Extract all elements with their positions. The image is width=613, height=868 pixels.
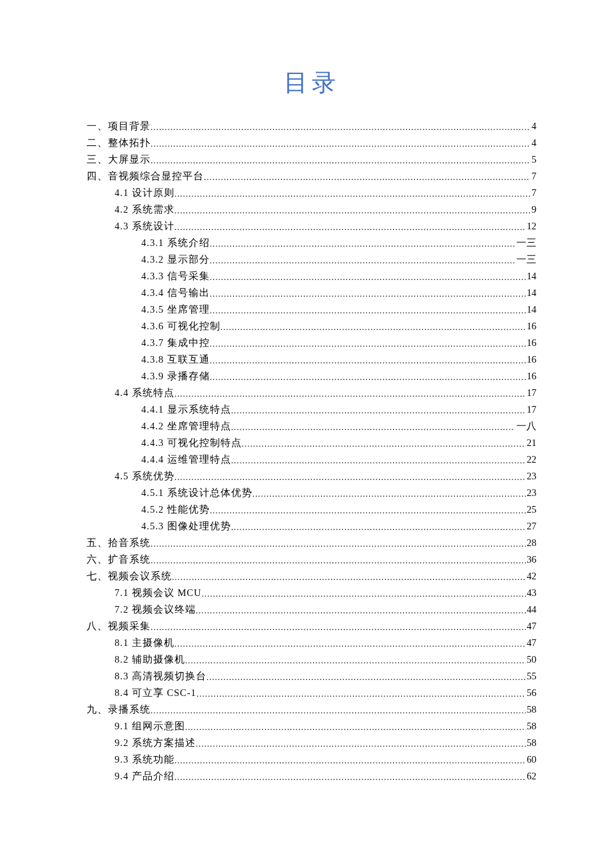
toc-entry-leader <box>151 702 526 719</box>
toc-entry[interactable]: 4.4.1 显示系统特点17 <box>87 401 536 418</box>
toc-entry-label: 4.5.1 系统设计总体优势 <box>141 485 253 501</box>
toc-entry[interactable]: 4.4.4 运维管理特点22 <box>87 451 536 468</box>
toc-entry-page: 14 <box>526 301 537 318</box>
toc-entry-page: 36 <box>526 551 537 568</box>
toc-entry-page: 12 <box>526 218 537 235</box>
toc-entry[interactable]: 9.4 产品介绍62 <box>87 768 536 785</box>
toc-entry-leader <box>151 135 530 152</box>
toc-entry-page: 28 <box>526 535 537 551</box>
toc-entry-label: 一、项目背景 <box>87 118 151 135</box>
toc-entry[interactable]: 4.3.2 显示部分一三 <box>87 251 536 268</box>
toc-entry-page: 62 <box>526 768 537 785</box>
toc-entry-label: 八、视频采集 <box>87 618 151 635</box>
toc-entry-page: 16 <box>526 368 537 385</box>
toc-entry-leader <box>210 352 526 369</box>
toc-entry-label: 4.4 系统特点 <box>115 385 175 401</box>
toc-entry[interactable]: 三、大屏显示5 <box>87 151 536 168</box>
toc-entry-label: 4.5.2 性能优势 <box>141 501 210 518</box>
toc-entry-label: 4.4.2 坐席管理特点 <box>141 418 231 435</box>
toc-entry-page: 16 <box>526 335 537 351</box>
toc-entry-page: 4 <box>530 135 536 151</box>
toc-entry[interactable]: 4.4.2 坐席管理特点一八 <box>87 418 536 435</box>
toc-entry[interactable]: 4.3.6 可视化控制16 <box>87 318 536 335</box>
toc-entry-page: 22 <box>526 451 537 468</box>
toc-entry-leader <box>175 185 530 202</box>
toc-entry[interactable]: 二、整体拓扑4 <box>87 135 536 151</box>
toc-entry[interactable]: 4.1 设计原则7 <box>87 185 536 201</box>
toc-entry[interactable]: 8.2 辅助摄像机50 <box>87 651 536 668</box>
toc-entry-page: 44 <box>526 601 537 618</box>
toc-entry-leader <box>207 669 526 685</box>
toc-entry[interactable]: 4.5.2 性能优势25 <box>87 501 536 518</box>
toc-entry-label: 4.3.9 录播存储 <box>141 368 210 385</box>
toc-entry-leader <box>175 769 526 785</box>
toc-entry[interactable]: 4.3.3 信号采集14 <box>87 268 536 285</box>
toc-entry-leader <box>151 535 526 552</box>
toc-entry-leader <box>231 419 515 435</box>
toc-entry[interactable]: 4.3.5 坐席管理14 <box>87 301 536 318</box>
toc-entry[interactable]: 六、扩音系统36 <box>87 551 536 568</box>
toc-entry-label: 4.3.3 信号采集 <box>141 268 210 285</box>
toc-entry-leader <box>210 335 526 352</box>
toc-entry-leader <box>210 369 526 385</box>
toc-entry[interactable]: 一、项目背景4 <box>87 118 536 135</box>
toc-entry-page: 23 <box>526 468 537 485</box>
toc-entry[interactable]: 4.3.8 互联互通16 <box>87 351 536 368</box>
toc-entry-page: 27 <box>526 518 537 535</box>
toc-entry[interactable]: 9.2 系统方案描述58 <box>87 735 536 751</box>
toc-entry[interactable]: 8.1 主摄像机47 <box>87 635 536 651</box>
toc-entry-page: 56 <box>526 685 537 701</box>
toc-entry[interactable]: 4.4 系统特点17 <box>87 385 536 401</box>
toc-entry[interactable]: 七、视频会议系统42 <box>87 568 536 585</box>
toc-entry[interactable]: 4.3 系统设计12 <box>87 218 536 235</box>
toc-entry-leader <box>197 685 526 702</box>
toc-title: 目录 <box>87 67 536 99</box>
toc-entry-page: 4 <box>530 118 536 135</box>
toc-entry-page: 23 <box>526 485 537 501</box>
toc-entry-label: 9.2 系统方案描述 <box>115 735 196 751</box>
toc-entry[interactable]: 8.3 高清视频切换台55 <box>87 668 536 685</box>
toc-entry[interactable]: 4.2 系统需求9 <box>87 201 536 218</box>
toc-entry-leader <box>210 502 526 519</box>
toc-entry[interactable]: 7.2 视频会议终端44 <box>87 601 536 618</box>
toc-entry-page: 16 <box>526 318 537 335</box>
toc-entry[interactable]: 9.3 系统功能60 <box>87 751 536 768</box>
toc-entry-leader <box>196 735 526 752</box>
toc-entry-label: 9.1 组网示意图 <box>115 718 185 735</box>
toc-entry[interactable]: 4.3.9 录播存储16 <box>87 368 536 385</box>
toc-entry[interactable]: 4.3.1 系统介绍一三 <box>87 235 536 251</box>
toc-entry[interactable]: 4.5.3 图像处理优势27 <box>87 518 536 535</box>
toc-entry-page: 7 <box>530 168 536 185</box>
toc-entry-label: 4.4.1 显示系统特点 <box>141 401 231 418</box>
toc-entry-page: 14 <box>526 285 537 301</box>
toc-entry[interactable]: 4.3.7 集成中控16 <box>87 335 536 351</box>
toc-entry-label: 二、整体拓扑 <box>87 135 151 151</box>
toc-entry-leader <box>175 202 530 219</box>
toc-entry[interactable]: 五、拾音系统28 <box>87 535 536 551</box>
toc-entry-leader <box>175 385 526 402</box>
toc-entry[interactable]: 9.1 组网示意图58 <box>87 718 536 735</box>
toc-entry-leader <box>175 752 526 769</box>
toc-entry-leader <box>151 619 526 635</box>
toc-entry-label: 七、视频会议系统 <box>87 568 172 585</box>
toc-entry-leader <box>185 652 526 669</box>
toc-entry[interactable]: 九、录播系统58 <box>87 701 536 718</box>
toc-entry-label: 4.3.8 互联互通 <box>141 351 210 368</box>
toc-entry-leader <box>175 469 526 485</box>
toc-entry-label: 4.1 设计原则 <box>115 185 175 201</box>
toc-entry[interactable]: 4.4.3 可视化控制特点21 <box>87 435 536 451</box>
toc-entry-page: 58 <box>526 735 537 751</box>
toc-entry-page: 5 <box>530 151 536 168</box>
toc-entry[interactable]: 7.1 视频会议 MCU43 <box>87 585 536 601</box>
toc-entry-label: 7.1 视频会议 MCU <box>115 585 201 601</box>
toc-entry[interactable]: 4.3.4 信号输出14 <box>87 285 536 301</box>
toc-entry-leader <box>201 585 525 602</box>
toc-entry[interactable]: 4.5.1 系统设计总体优势23 <box>87 485 536 501</box>
toc-entry[interactable]: 8.4 可立享 CSC-156 <box>87 685 536 701</box>
toc-entry[interactable]: 四、音视频综合显控平台7 <box>87 168 536 185</box>
toc-entry[interactable]: 八、视频采集47 <box>87 618 536 635</box>
toc-entry-label: 8.3 高清视频切换台 <box>115 668 207 685</box>
toc-entry-leader <box>231 519 526 535</box>
toc-entry-leader <box>210 269 526 285</box>
toc-entry[interactable]: 4.5 系统优势23 <box>87 468 536 485</box>
